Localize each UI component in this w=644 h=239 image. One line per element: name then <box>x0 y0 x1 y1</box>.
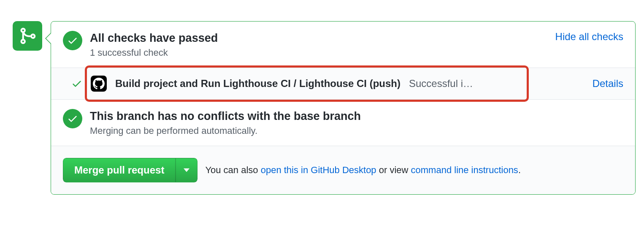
check-icon <box>67 35 78 46</box>
merge-pull-request-button[interactable]: Merge pull request <box>63 158 176 182</box>
checks-summary-section: All checks have passed 1 successful chec… <box>51 22 635 68</box>
merge-status-box: All checks have passed 1 successful chec… <box>51 21 636 195</box>
checks-subtitle: 1 successful check <box>90 47 548 58</box>
check-success-icon <box>71 78 82 89</box>
checks-title: All checks have passed <box>90 31 548 46</box>
checks-status-circle <box>63 31 82 50</box>
help-prefix: You can also <box>205 165 260 175</box>
merge-button-group: Merge pull request <box>63 158 198 182</box>
cli-instructions-link[interactable]: command line instructions <box>411 165 518 175</box>
merge-footer: Merge pull request You can also open thi… <box>51 146 635 194</box>
check-details-link[interactable]: Details <box>593 78 623 90</box>
check-text: Build project and Run Lighthouse CI / Li… <box>115 78 584 90</box>
conflicts-content: This branch has no conflicts with the ba… <box>90 109 623 136</box>
github-icon <box>93 78 105 90</box>
conflicts-title: This branch has no conflicts with the ba… <box>90 109 623 124</box>
open-desktop-link[interactable]: open this in GitHub Desktop <box>261 165 376 175</box>
merge-help-text: You can also open this in GitHub Desktop… <box>205 165 521 176</box>
help-suffix: . <box>518 165 521 175</box>
checks-summary-content: All checks have passed 1 successful chec… <box>90 31 548 58</box>
caret-down-icon <box>184 168 189 172</box>
help-mid: or view <box>376 165 411 175</box>
conflicts-section: This branch has no conflicts with the ba… <box>51 100 635 146</box>
conflicts-subtitle: Merging can be performed automatically. <box>90 125 623 136</box>
check-icon <box>67 113 78 124</box>
merge-options-dropdown[interactable] <box>176 158 198 182</box>
git-merge-icon <box>18 27 37 45</box>
check-item-row: Build project and Run Lighthouse CI / Li… <box>51 68 635 100</box>
check-name: Build project and Run Lighthouse CI / Li… <box>115 78 400 90</box>
check-status: Successful i… <box>409 78 473 90</box>
timeline-merge-badge <box>13 21 42 51</box>
toggle-checks-link[interactable]: Hide all checks <box>555 31 623 43</box>
merge-status-container: All checks have passed 1 successful chec… <box>13 21 636 195</box>
github-actions-avatar <box>91 76 107 92</box>
conflicts-status-circle <box>63 109 82 128</box>
